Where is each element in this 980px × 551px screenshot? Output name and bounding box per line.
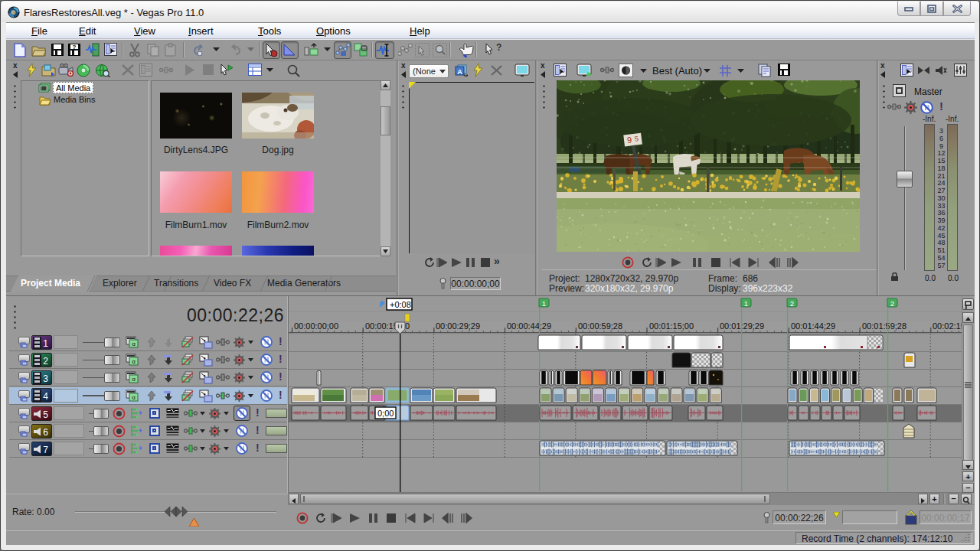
svg-text:00:01:15;00: 00:01:15;00	[649, 321, 694, 331]
svg-text:0;00: 0;00	[377, 409, 394, 418]
svg-text:00:00:44;29: 00:00:44;29	[507, 321, 551, 331]
svg-text:A: A	[457, 68, 462, 76]
svg-text:+0:08: +0:08	[390, 300, 411, 309]
svg-text:00:00:59;28: 00:00:59;28	[578, 321, 622, 331]
svg-text:α: α	[132, 394, 136, 401]
svg-text:00:01:59;28: 00:01:59;28	[862, 321, 906, 331]
svg-text:?: ?	[73, 44, 77, 51]
svg-text:?: ?	[496, 42, 501, 53]
svg-text:00:01:44;29: 00:01:44;29	[791, 321, 835, 331]
svg-text:α: α	[132, 376, 136, 383]
svg-text:α: α	[132, 358, 136, 365]
svg-text:α: α	[132, 341, 136, 347]
svg-text:1: 1	[744, 299, 748, 308]
svg-text:00:00:00;00: 00:00:00;00	[294, 321, 338, 331]
svg-text:00:00:29;29: 00:00:29;29	[436, 321, 480, 331]
svg-text:1: 1	[542, 299, 546, 308]
svg-text:2: 2	[890, 299, 894, 308]
svg-text:2: 2	[790, 299, 794, 308]
svg-text:00:02:15;0: 00:02:15;0	[933, 321, 962, 331]
